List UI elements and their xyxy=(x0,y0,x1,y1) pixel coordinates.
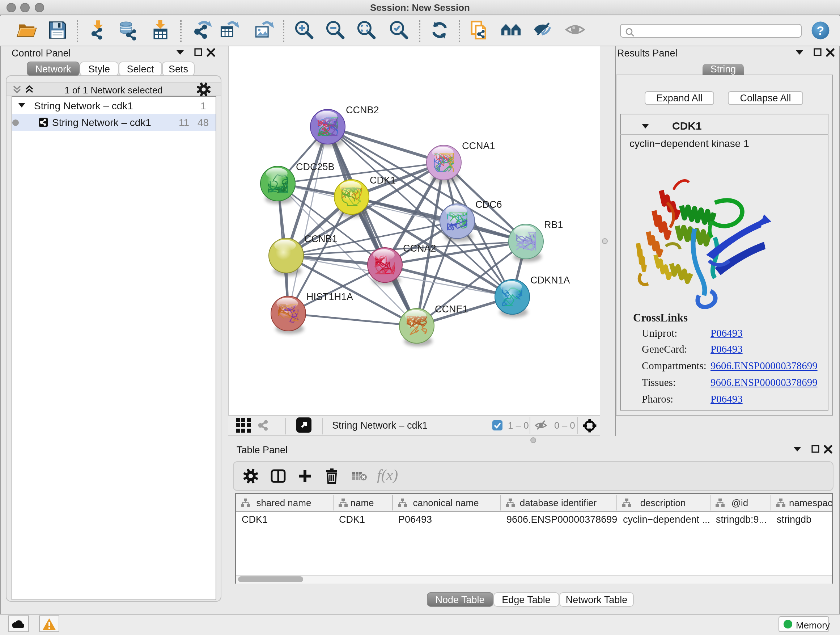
svg-text:CDK1: CDK1 xyxy=(370,175,396,186)
svg-text:RB1: RB1 xyxy=(544,219,563,230)
svg-text:CDC6: CDC6 xyxy=(475,199,502,210)
svg-text:CCNE1: CCNE1 xyxy=(435,304,468,315)
svg-text:CDC25B: CDC25B xyxy=(296,162,335,172)
svg-text:CDKN1A: CDKN1A xyxy=(531,275,570,286)
svg-text:CCNA1: CCNA1 xyxy=(462,141,495,151)
svg-text:CCNB1: CCNB1 xyxy=(304,233,338,244)
svg-text:?: ? xyxy=(817,24,824,37)
svg-text:CCNB2: CCNB2 xyxy=(346,105,379,116)
svg-text:CCNA2: CCNA2 xyxy=(403,243,436,254)
svg-text:HIST1H1A: HIST1H1A xyxy=(306,291,353,302)
